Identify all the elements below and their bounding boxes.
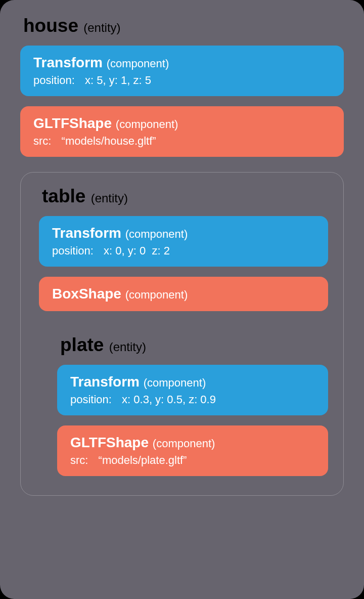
component-prop: src: “models/house.gltf”	[33, 135, 331, 148]
entity-diagram: house (entity) Transform (component) pos…	[0, 0, 364, 599]
table-transform-component: Transform (component) position: x: 0, y:…	[39, 216, 328, 267]
component-name: GLTFShape	[70, 435, 149, 450]
entity-plate-title: plate (entity)	[60, 334, 328, 356]
table-shape-component: BoxShape (component)	[39, 277, 328, 311]
entity-table-name: table	[42, 186, 85, 206]
entity-table-tag: (entity)	[91, 191, 128, 205]
prop-val: x: 5, y: 1, z: 5	[85, 74, 151, 87]
component-title: Transform (component)	[33, 55, 331, 71]
prop-key: position:	[33, 74, 75, 87]
prop-val: “models/plate.gltf”	[99, 454, 187, 467]
component-tag: (component)	[153, 437, 215, 450]
entity-house-tag: (entity)	[83, 21, 120, 34]
entity-plate-container: plate (entity) Transform (component) pos…	[39, 329, 328, 476]
entity-table-container: table (entity) Transform (component) pos…	[20, 172, 344, 496]
component-tag: (component)	[125, 288, 188, 301]
component-name: Transform	[70, 374, 140, 390]
component-title: Transform (component)	[70, 374, 315, 390]
component-tag: (component)	[107, 57, 169, 70]
prop-val: x: 0, y: 0 z: 2	[104, 244, 170, 258]
component-prop: position: x: 5, y: 1, z: 5	[33, 74, 331, 87]
component-title: GLTFShape (component)	[70, 435, 315, 451]
prop-key: position:	[70, 393, 112, 406]
component-title: BoxShape (component)	[52, 286, 315, 302]
house-shape-component: GLTFShape (component) src: “models/house…	[20, 106, 344, 157]
component-tag: (component)	[116, 118, 178, 131]
plate-transform-component: Transform (component) position: x: 0.3, …	[57, 365, 328, 415]
entity-house-name: house	[23, 15, 78, 36]
component-title: Transform (component)	[52, 225, 315, 241]
component-name: Transform	[52, 225, 121, 241]
entity-plate-tag: (entity)	[109, 340, 146, 354]
prop-val: “models/house.gltf”	[62, 135, 156, 148]
component-prop: position: x: 0.3, y: 0.5, z: 0.9	[70, 393, 315, 406]
component-name: BoxShape	[52, 286, 121, 302]
prop-key: src:	[70, 454, 88, 467]
prop-key: src:	[33, 135, 51, 148]
house-transform-component: Transform (component) position: x: 5, y:…	[20, 46, 344, 96]
component-title: GLTFShape (component)	[33, 115, 331, 132]
entity-house-title: house (entity)	[23, 15, 344, 36]
component-tag: (component)	[144, 376, 206, 389]
prop-key: position:	[52, 244, 94, 258]
component-name: GLTFShape	[33, 115, 112, 131]
component-tag: (component)	[125, 228, 188, 240]
component-name: Transform	[33, 55, 103, 70]
component-prop: src: “models/plate.gltf”	[70, 454, 315, 467]
entity-plate-name: plate	[60, 334, 104, 355]
component-prop: position: x: 0, y: 0 z: 2	[52, 244, 315, 258]
prop-val: x: 0.3, y: 0.5, z: 0.9	[122, 393, 216, 406]
entity-table-title: table (entity)	[42, 186, 328, 207]
plate-shape-component: GLTFShape (component) src: “models/plate…	[57, 425, 328, 476]
